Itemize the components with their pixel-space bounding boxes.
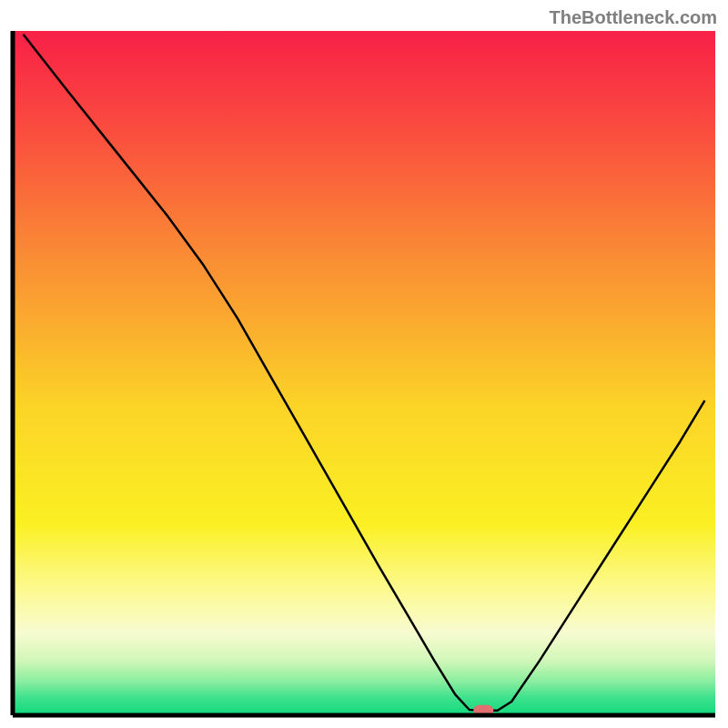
bottleneck-chart [0, 0, 728, 728]
gradient-background [13, 31, 715, 715]
plot-area [13, 31, 715, 716]
watermark-text: TheBottleneck.com [550, 7, 717, 28]
chart-container: TheBottleneck.com [0, 0, 728, 728]
